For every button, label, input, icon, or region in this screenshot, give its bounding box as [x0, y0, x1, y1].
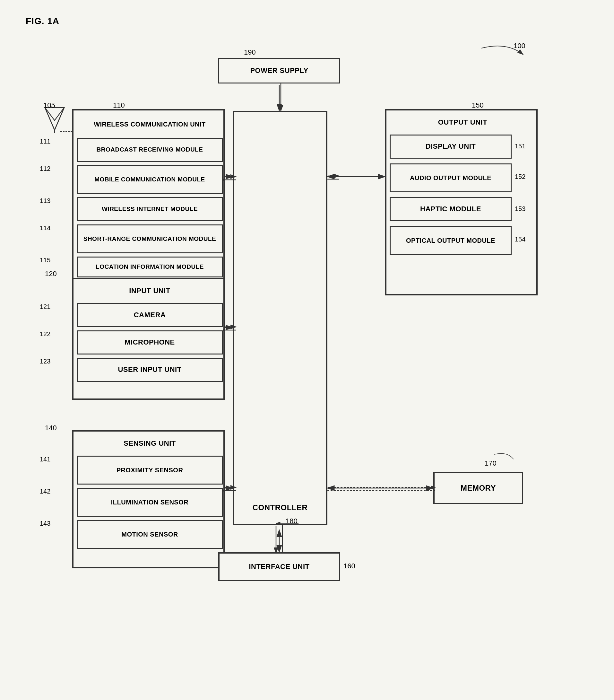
- haptic-module-box: HAPTIC MODULE: [389, 197, 512, 221]
- diagram: 190 POWER SUPPLY 110 WIRELESS COMMUNICAT…: [26, 39, 587, 681]
- optical-output-box: OPTICAL OUTPUT MODULE: [389, 226, 512, 255]
- wireless-controller-arrow: [223, 173, 238, 183]
- sensing-unit-title: SENSING UNIT: [77, 435, 223, 452]
- memory-box: MEMORY: [433, 472, 523, 504]
- input-unit-outer: INPUT UNIT 121 CAMERA 122 MICROPHONE 123…: [72, 278, 225, 400]
- motion-sensor-box: MOTION SENSOR: [77, 520, 223, 549]
- controller-memory-arrow: [326, 484, 438, 494]
- controller-output-arrow: [326, 173, 341, 183]
- ref-141: 141: [40, 455, 50, 463]
- controller-box: CONTROLLER: [233, 111, 328, 525]
- ref-112: 112: [40, 165, 50, 172]
- ref-170-arrow: [469, 450, 517, 475]
- ref-160: 160: [343, 562, 355, 570]
- ref-120: 120: [45, 270, 57, 278]
- power-supply-box: POWER SUPPLY: [218, 58, 340, 84]
- ref-122: 122: [40, 330, 50, 338]
- ref-114: 114: [40, 224, 50, 232]
- ref-111: 111: [40, 138, 50, 145]
- output-unit-title: OUTPUT UNIT: [389, 114, 536, 131]
- sensing-unit-outer: SENSING UNIT 141 PROXIMITY SENSOR 142 IL…: [72, 430, 225, 568]
- ref-123: 123: [40, 358, 50, 365]
- ref-121: 121: [40, 303, 50, 311]
- display-unit-box: DISPLAY UNIT: [389, 135, 512, 159]
- illumination-sensor-box: ILLUMINATION SENSOR: [77, 488, 223, 517]
- controller-interface-arrow: [270, 524, 292, 556]
- mobile-comm-box: MOBILE COMMUNICATION MODULE: [77, 165, 223, 194]
- interface-unit-box: INTERFACE UNIT: [218, 552, 340, 581]
- broadcast-receiving-box: BROADCAST RECEIVING MODULE: [77, 138, 223, 162]
- ref-154: 154: [515, 236, 525, 243]
- short-range-box: SHORT-RANGE COMMUNICATION MODULE: [77, 224, 223, 253]
- camera-box: CAMERA: [77, 303, 223, 327]
- ref-105: 105: [43, 101, 55, 110]
- ref-115: 115: [40, 257, 50, 264]
- input-unit-title: INPUT UNIT: [77, 282, 223, 300]
- proximity-sensor-box: PROXIMITY SENSOR: [77, 455, 223, 485]
- location-info-box: LOCATION INFORMATION MODULE: [77, 257, 223, 277]
- fig-label: FIG. 1A: [26, 16, 59, 26]
- output-unit-outer: OUTPUT UNIT DISPLAY UNIT 151 AUDIO OUTPU…: [385, 109, 538, 296]
- microphone-box: MICROPHONE: [77, 330, 223, 354]
- ref-150: 150: [472, 101, 484, 110]
- ref-190: 190: [244, 48, 256, 57]
- sensing-controller-arrow: [223, 484, 238, 494]
- power-controller-line: [274, 82, 287, 114]
- wireless-comm-title: WIRELESS COMMUNICATION UNIT: [77, 114, 223, 135]
- ref-113: 113: [40, 197, 50, 204]
- ref-153: 153: [515, 205, 525, 213]
- wireless-internet-box: WIRELESS INTERNET MODULE: [77, 197, 223, 221]
- ref-110: 110: [113, 101, 125, 110]
- ref-143: 143: [40, 520, 50, 527]
- ref-152: 152: [515, 173, 525, 180]
- ref-151: 151: [515, 142, 525, 150]
- ref-142: 142: [40, 488, 50, 495]
- page-container: FIG. 1A 100: [0, 0, 614, 700]
- wireless-comm-outer: WIRELESS COMMUNICATION UNIT 111 BROADCAS…: [72, 109, 225, 279]
- user-input-box: USER INPUT UNIT: [77, 358, 223, 382]
- audio-output-box: AUDIO OUTPUT MODULE: [389, 163, 512, 192]
- input-controller-arrow: [223, 324, 238, 333]
- ref-140: 140: [45, 424, 57, 432]
